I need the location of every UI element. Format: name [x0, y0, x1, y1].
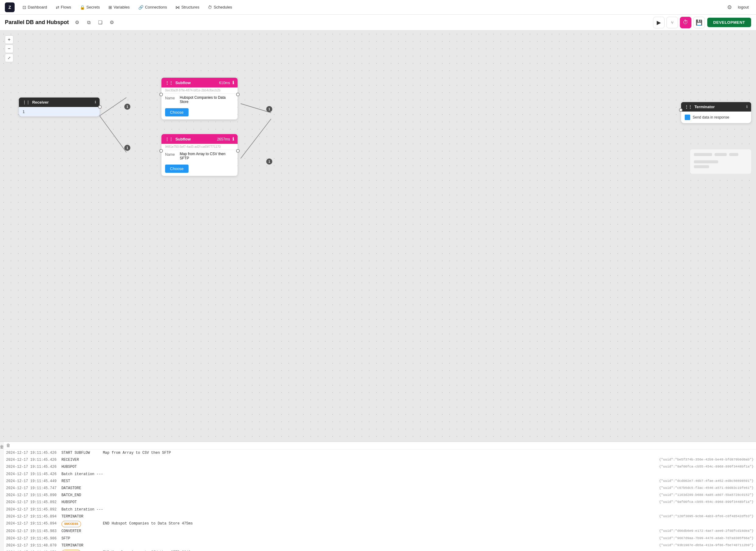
log-row: 2024-12-17 19:11:45.890BATCH_END{"uuid":… — [4, 492, 756, 499]
flows-icon: ⇄ — [56, 5, 59, 10]
log-row: 2024-12-17 19:11:45.894SUCCESSEND Hubspo… — [4, 520, 756, 528]
log-row: 2024-12-17 19:11:45.426START SUBFLOWMap … — [4, 450, 756, 457]
terminator-info-icon[interactable]: ℹ — [746, 105, 747, 109]
connection-lines — [0, 30, 756, 441]
conn-dot-3: 1 — [266, 106, 272, 112]
receiver-node: ⋮⋮ Receiver ℹ 1 — [19, 97, 100, 116]
svg-line-0 — [100, 97, 126, 116]
nav-item-dashboard[interactable]: ⊡ Dashboard — [19, 4, 50, 11]
secrets-icon: 🔒 — [80, 5, 85, 10]
subflow1-info-icon[interactable]: ℹ — [232, 80, 234, 85]
subflow2-node: ⋮⋮ Subflow 2657ms ℹ 9481e750-5ef7-4ad3-a… — [161, 134, 238, 176]
subflow1-uuid: 0ee30a3f-97fe-4874-b81e-2bb4cfbecb2b — [161, 87, 238, 93]
subflow2-info-icon[interactable]: ℹ — [232, 136, 234, 141]
subflow1-grid-icon: ⋮⋮ — [165, 80, 173, 85]
settings-icon[interactable]: ⚙ — [726, 3, 733, 12]
flow-title: Parallel DB and Hubspot — [5, 19, 69, 26]
log-panel: 🗑 🗑 2024-12-17 19:11:45.426START SUBFLOW… — [0, 441, 756, 551]
subflow2-header: ⋮⋮ Subflow 2657ms ℹ — [161, 134, 238, 144]
conn-dot-2: 1 — [124, 145, 130, 151]
subflow1-header: ⋮⋮ Subflow 610ms ℹ — [161, 78, 238, 87]
nav-item-flows[interactable]: ⇄ Flows — [53, 4, 74, 11]
subflow1-choose-button[interactable]: Choose — [165, 108, 189, 116]
log-row: 2024-12-17 19:11:45.747DATASTORE{"uuid":… — [4, 485, 756, 492]
subflow1-name-field: Name Hubspot Companies to Data Store — [161, 93, 238, 106]
subflow2-uuid: 9481e750-5ef7-4ad3-ad2f-ca69f7771170 — [161, 144, 238, 150]
svg-line-1 — [100, 116, 126, 152]
log-header-trash-icon[interactable]: 🗑 — [6, 443, 10, 448]
receiver-node-header: ⋮⋮ Receiver ℹ — [19, 97, 100, 107]
connections-icon: 🔗 — [138, 5, 143, 10]
log-row: 2024-12-17 19:11:45.892Batch iteration -… — [4, 506, 756, 513]
log-row: 2024-12-17 19:11:48.070TERMINATOR{"uuid"… — [4, 542, 756, 549]
log-main: 🗑 2024-12-17 19:11:45.426START SUBFLOWMa… — [4, 442, 756, 551]
terminator-header: ⋮⋮ Terminator ℹ — [681, 102, 751, 111]
terminator-icon: ⋮⋮ — [685, 105, 692, 109]
settings-flow-icon[interactable]: ⚙ — [72, 18, 82, 27]
log-row: 2024-12-17 19:11:48.070SUCCESSEND Map fr… — [4, 549, 756, 551]
save-button[interactable]: 💾 — [693, 17, 705, 28]
log-row: 2024-12-17 19:11:45.426RECEIVER{"uuid":"… — [4, 457, 756, 464]
svg-line-3 — [241, 119, 271, 158]
faded-preview-card — [690, 149, 751, 174]
terminator-square-icon — [685, 115, 690, 120]
canvas: + − ⤢ ⋮⋮ Receiver ℹ 1 1 1 ⋮⋮ Subflow 61 — [0, 30, 756, 441]
conn-dot-4: 1 — [266, 158, 272, 164]
schedules-icon: ⏱ — [208, 5, 212, 10]
nav-item-secrets[interactable]: 🔒 Secrets — [77, 4, 103, 11]
nav-item-variables[interactable]: ⊞ Variables — [105, 4, 133, 11]
git-button[interactable]: ⑂ — [666, 17, 678, 28]
nav-item-structures[interactable]: ⋈ Structures — [172, 4, 202, 11]
nav-item-connections[interactable]: 🔗 Connections — [135, 4, 170, 11]
success-badge: SUCCESS — [62, 550, 81, 551]
log-row: 2024-12-17 19:11:45.449REST{"uuid":"dcd0… — [4, 478, 756, 485]
conn-dot-1: 1 — [124, 104, 130, 110]
sub-header-icons: ⚙ ⧉ ❏ ⚙ — [72, 18, 116, 27]
toolbar-group: ▶ ⑂ ⏱ 💾 — [653, 17, 705, 28]
history-button[interactable]: ⏱ — [680, 17, 691, 28]
environment-button[interactable]: DEVELOPMENT — [707, 18, 751, 27]
subflow1-node: ⋮⋮ Subflow 610ms ℹ 0ee30a3f-97fe-4874-b8… — [161, 78, 238, 119]
receiver-node-icon: ⋮⋮ — [23, 100, 30, 104]
zoom-out-button[interactable]: − — [5, 44, 13, 53]
log-trash-icon[interactable]: 🗑 — [0, 444, 4, 449]
zoom-controls: + − ⤢ — [5, 35, 13, 62]
log-row: 2024-12-17 19:11:45.983CONVERTER{"uuid":… — [4, 528, 756, 535]
terminator-body: Send data in response — [681, 111, 751, 123]
zoom-in-button[interactable]: + — [5, 35, 13, 44]
top-nav: Z ⊡ Dashboard ⇄ Flows 🔒 Secrets ⊞ Variab… — [0, 0, 756, 15]
log-rows-container: 2024-12-17 19:11:45.426START SUBFLOWMap … — [4, 450, 756, 551]
sub-header: Parallel DB and Hubspot ⚙ ⧉ ❏ ⚙ ▶ ⑂ ⏱ 💾 … — [0, 15, 756, 30]
success-badge: SUCCESS — [62, 521, 81, 528]
log-sidebar: 🗑 — [0, 442, 4, 551]
subflow2-name-field: Name Map from Array to CSV then SFTP — [161, 150, 238, 162]
log-row: 2024-12-17 19:11:45.986SFTP{"uuid":"9667… — [4, 535, 756, 542]
dashboard-icon: ⊡ — [23, 5, 26, 10]
variables-icon: ⊞ — [108, 5, 112, 10]
logout-button[interactable]: logout — [736, 4, 751, 11]
zoom-fit-button[interactable]: ⤢ — [5, 54, 13, 62]
duplicate-icon[interactable]: ❏ — [96, 18, 105, 27]
log-row: 2024-12-17 19:11:45.894TERMINATOR{"uuid"… — [4, 513, 756, 520]
log-row: 2024-12-17 19:11:45.426HUBSPOT{"uuid":"9… — [4, 464, 756, 471]
receiver-node-body: 1 — [19, 107, 100, 116]
log-row: 2024-12-17 19:11:45.892HUBSPOT{"uuid":"9… — [4, 499, 756, 506]
subflow2-grid-icon: ⋮⋮ — [165, 137, 173, 141]
play-button[interactable]: ▶ — [653, 17, 665, 28]
copy-icon[interactable]: ⧉ — [84, 18, 93, 27]
nav-logo[interactable]: Z — [5, 2, 15, 12]
terminator-node: ⋮⋮ Terminator ℹ Send data in response — [681, 102, 751, 123]
receiver-info-icon[interactable]: ℹ — [95, 100, 96, 104]
nav-item-schedules[interactable]: ⏱ Schedules — [205, 4, 235, 11]
config-icon[interactable]: ⚙ — [107, 18, 116, 27]
log-header: 🗑 — [4, 442, 756, 450]
structures-icon: ⋈ — [175, 5, 180, 10]
log-row: 2024-12-17 19:11:45.426Batch iteration -… — [4, 471, 756, 478]
subflow2-choose-button[interactable]: Choose — [165, 164, 189, 173]
